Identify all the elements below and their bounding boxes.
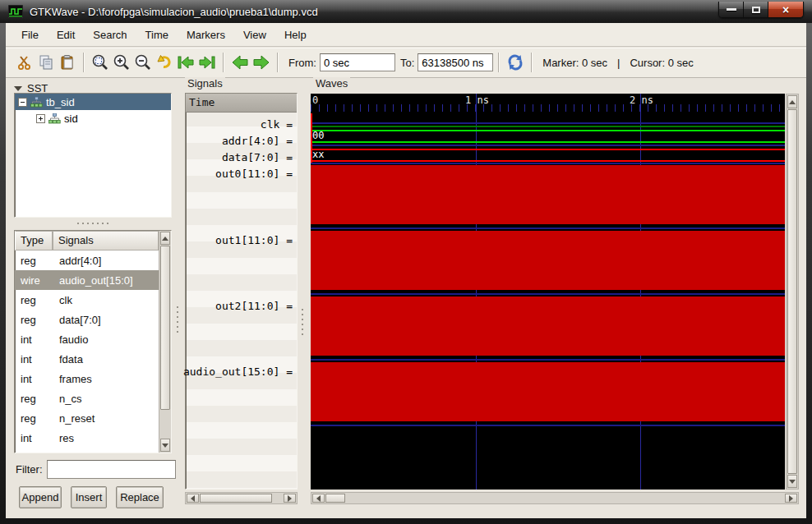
- sst-tree: tb_sid sid: [14, 93, 172, 218]
- back-button[interactable]: [229, 52, 251, 73]
- table-row-selected[interactable]: wireaudio_out[15:0]: [15, 270, 159, 290]
- waves-horizontal-scrollbar[interactable]: [311, 492, 799, 504]
- scroll-right-button[interactable]: [284, 494, 296, 503]
- signal-label-out0[interactable]: out0[11:0] =: [215, 166, 293, 182]
- menu-file[interactable]: File: [12, 23, 48, 47]
- pane-resize-handle[interactable]: [299, 292, 306, 352]
- scroll-up-button[interactable]: [160, 232, 170, 245]
- close-button[interactable]: ×: [768, 2, 803, 17]
- signal-label-audio-out[interactable]: audio_out[15:0] =: [183, 364, 293, 380]
- scroll-up-button[interactable]: [787, 95, 797, 108]
- arrow-right-icon: [789, 495, 793, 502]
- menu-markers[interactable]: Markers: [178, 23, 234, 47]
- copy-button[interactable]: [35, 52, 57, 73]
- minimize-button[interactable]: [719, 2, 744, 17]
- jump-to-end-button[interactable]: [196, 52, 218, 73]
- scrollbar-thumb[interactable]: [325, 494, 345, 503]
- minimize-icon: [727, 8, 736, 11]
- zoom-fit-icon: [91, 53, 109, 71]
- hierarchy-icon: [48, 113, 61, 124]
- chevron-down-icon: [14, 86, 22, 91]
- status-divider: |: [617, 57, 620, 69]
- data-bus-value: xx: [312, 149, 324, 160]
- window-title: GTKWave - D:\forofpga\simulacion_audio\p…: [30, 6, 318, 18]
- menu-view[interactable]: View: [234, 23, 275, 47]
- expand-icon[interactable]: [36, 114, 45, 123]
- row-baseline: [311, 425, 785, 426]
- tree-item-tb-sid[interactable]: tb_sid: [15, 94, 171, 110]
- from-input[interactable]: [320, 53, 395, 71]
- pane-resize-handle[interactable]: [14, 219, 172, 228]
- scroll-left-button[interactable]: [187, 494, 199, 503]
- table-row[interactable]: intfaudio: [15, 329, 159, 349]
- scrollbar-thumb[interactable]: [787, 109, 797, 474]
- table-row[interactable]: intframes: [15, 369, 159, 388]
- time-column-header[interactable]: Time: [186, 94, 297, 113]
- signal-label-clk[interactable]: clk =: [261, 117, 293, 133]
- menubar: File Edit Search Time Markers View Help: [6, 23, 806, 47]
- signal-label-addr[interactable]: addr[4:0] =: [222, 133, 293, 149]
- signal-label-out1[interactable]: out1[11:0] =: [215, 232, 293, 249]
- scroll-left-button[interactable]: [312, 494, 325, 503]
- zoom-in-button[interactable]: [111, 52, 132, 73]
- table-row[interactable]: intres: [15, 428, 159, 448]
- toolbar-separator: [531, 53, 533, 72]
- zoom-out-button[interactable]: [132, 52, 154, 73]
- jump-to-end-icon: [197, 53, 217, 71]
- data-bus-bottom: [311, 160, 785, 162]
- addr-bus-value: 00: [312, 130, 324, 141]
- addr-bus-bottom: [311, 141, 785, 143]
- table-vertical-scrollbar[interactable]: [159, 231, 171, 453]
- table-row[interactable]: intfdata: [15, 349, 159, 369]
- paste-button[interactable]: [57, 52, 78, 73]
- signals-horizontal-scrollbar[interactable]: [185, 492, 298, 504]
- jump-to-start-button[interactable]: [175, 52, 196, 73]
- signal-label-data[interactable]: data[7:0] =: [222, 149, 293, 166]
- menu-time[interactable]: Time: [136, 23, 178, 47]
- column-header-signals[interactable]: Signals: [53, 231, 159, 251]
- column-header-type[interactable]: Type: [15, 231, 53, 251]
- replace-button[interactable]: Replace: [116, 486, 164, 508]
- reload-button[interactable]: [505, 52, 526, 73]
- paste-icon: [59, 54, 76, 71]
- zoom-undo-button[interactable]: [154, 52, 175, 73]
- arrow-down-icon: [789, 480, 796, 484]
- filter-row: Filter:: [16, 460, 176, 479]
- scroll-right-button[interactable]: [785, 494, 797, 503]
- pane-resize-handle[interactable]: [174, 290, 181, 349]
- scrollbar-thumb[interactable]: [160, 246, 170, 410]
- table-row[interactable]: regn_cs: [15, 388, 159, 408]
- titlebar[interactable]: GTKWave - D:\forofpga\simulacion_audio\p…: [0, 0, 812, 23]
- to-input[interactable]: [418, 53, 493, 71]
- table-row[interactable]: regdata[7:0]: [15, 310, 159, 329]
- insert-button[interactable]: Insert: [71, 486, 107, 508]
- menu-help[interactable]: Help: [275, 23, 316, 47]
- cut-button[interactable]: [14, 52, 35, 73]
- menu-search[interactable]: Search: [84, 23, 136, 47]
- table-row[interactable]: regn_reset: [15, 408, 159, 428]
- zoom-fit-button[interactable]: [90, 52, 111, 73]
- waves-vertical-scrollbar[interactable]: [786, 94, 799, 490]
- table-row[interactable]: regclk: [15, 290, 159, 310]
- scroll-down-button[interactable]: [787, 475, 797, 488]
- signal-type-table: Type Signals regaddr[4:0] wireaudio_out[…: [14, 230, 172, 453]
- tree-item-sid[interactable]: sid: [15, 110, 171, 126]
- row-baseline: [311, 122, 785, 124]
- table-row[interactable]: regaddr[4:0]: [15, 251, 159, 270]
- collapse-icon[interactable]: [18, 98, 27, 107]
- append-button[interactable]: Append: [19, 486, 62, 508]
- row-baseline: [311, 145, 785, 146]
- restore-button[interactable]: [744, 2, 768, 17]
- timeline-tick-1ns: 1 ns: [465, 94, 489, 106]
- filter-input[interactable]: [47, 460, 176, 479]
- forward-button[interactable]: [251, 52, 272, 73]
- scrollbar-thumb[interactable]: [200, 494, 272, 503]
- back-arrow-icon: [230, 53, 250, 71]
- scroll-down-button[interactable]: [160, 439, 170, 452]
- wave-canvas[interactable]: 0 1 ns 2 ns 00 xx: [311, 94, 785, 490]
- signal-label-out2[interactable]: out2[11:0] =: [215, 298, 293, 315]
- addr-bus-top: [311, 130, 785, 131]
- arrow-up-icon: [162, 237, 168, 241]
- row-baseline: [311, 163, 785, 164]
- menu-edit[interactable]: Edit: [48, 23, 84, 47]
